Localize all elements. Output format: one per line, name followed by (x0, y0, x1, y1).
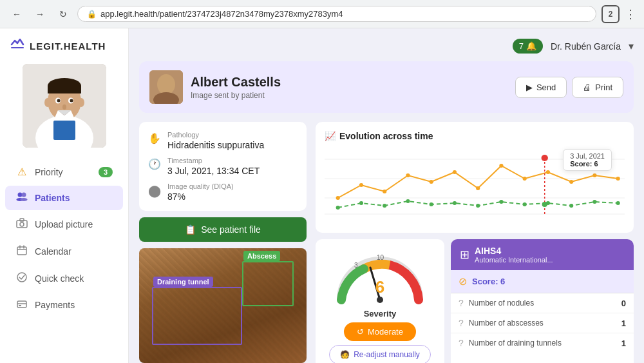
left-panel: ✋ Pathology Hidradenitis suppurativa 🕐 T… (139, 122, 307, 363)
svg-rect-21 (17, 247, 26, 255)
doctor-photo (23, 64, 106, 148)
patients-icon (15, 192, 28, 204)
aihs4-subtitle: Automatic International... (475, 256, 553, 264)
svg-point-17 (21, 198, 28, 201)
svg-point-64 (542, 202, 547, 207)
card-actions: ▶ Send 🖨 Print (515, 77, 623, 98)
payments-icon (15, 299, 28, 311)
file-icon: 📋 (185, 224, 196, 235)
svg-point-66 (377, 297, 383, 303)
browser-bar: ← → ↻ 🔒 app.legit.health/patient/2374723… (0, 0, 644, 28)
draining-tunnel-label: Draining tunnel (153, 277, 213, 287)
see-patient-file-label: See patient file (201, 224, 261, 235)
timestamp-value: 3 Jul, 2021, 13:34 CET (167, 166, 260, 176)
svg-point-63 (542, 155, 548, 161)
patient-card: Albert Castells Image sent by patient ▶ … (139, 61, 634, 113)
clock-icon: 🕐 (148, 158, 161, 170)
readjust-button[interactable]: 🧑 Re-adjust manually (329, 345, 431, 363)
svg-point-54 (453, 201, 457, 205)
svg-point-38 (383, 190, 386, 193)
calendar-label: Calendar (35, 246, 71, 257)
image-quality-row: ⬤ Image quality (DIQA) 87% (148, 182, 298, 202)
pathology-row: ✋ Pathology Hidradenitis suppurativa (148, 131, 298, 150)
main-content: 7 🔔 Dr. Rubén García ▾ Albert Castel (129, 28, 644, 363)
svg-point-57 (523, 202, 527, 206)
pathology-value: Hidradenitis suppurativa (167, 140, 264, 150)
svg-rect-26 (17, 301, 26, 308)
svg-point-15 (22, 193, 26, 197)
help-icon-tunnels[interactable]: ? (459, 338, 464, 348)
see-patient-file-button[interactable]: 📋 See patient file (139, 217, 307, 242)
sidebar-item-calendar[interactable]: Calendar (5, 239, 123, 264)
doctor-name[interactable]: Dr. Rubén García (551, 41, 621, 52)
rotate-icon: ↺ (357, 327, 364, 337)
menu-dots[interactable]: ⋮ (625, 7, 636, 21)
svg-rect-6 (48, 86, 81, 93)
help-icon-nodules[interactable]: ? (459, 298, 464, 308)
svg-point-61 (616, 201, 620, 205)
priority-badge: 3 (99, 167, 113, 177)
svg-point-12 (44, 98, 51, 107)
sidebar-item-priority[interactable]: ⚠ Priority 3 (5, 159, 123, 184)
svg-point-46 (569, 180, 573, 184)
svg-rect-20 (20, 219, 24, 221)
aihs4-nodules-row: ? Number of nodules 0 (451, 293, 634, 313)
svg-point-40 (430, 180, 433, 184)
aihs4-body: ⊘ Score: 6 ? Number of nodules 0 ? Numbe… (451, 270, 634, 353)
svg-point-19 (20, 222, 24, 226)
aihs4-score-label: Score: 6 (472, 277, 505, 286)
quickcheck-label: Quick check (35, 273, 84, 284)
moderate-button[interactable]: ↺ Moderate (344, 322, 416, 341)
send-button[interactable]: ▶ Send (515, 77, 567, 98)
svg-point-55 (476, 204, 480, 208)
nodules-value: 0 (621, 299, 626, 308)
chart-title: 📈 Evolution across time (325, 131, 625, 141)
svg-point-48 (616, 177, 620, 181)
sidebar-item-payments[interactable]: Payments (5, 293, 123, 317)
notification-badge[interactable]: 7 🔔 (513, 39, 543, 54)
aihs4-icon: ⊞ (460, 248, 469, 262)
right-panel: 📈 Evolution across time 3 Jul, 2021 Scor… (316, 122, 634, 363)
info-section: ✋ Pathology Hidradenitis suppurativa 🕐 T… (139, 122, 307, 211)
back-button[interactable]: ← (8, 5, 26, 23)
help-icon-abscesses[interactable]: ? (459, 318, 464, 328)
svg-point-37 (359, 183, 363, 187)
sidebar-item-upload[interactable]: Upload picture (5, 211, 123, 237)
chart-tooltip: 3 Jul, 2021 Score: 6 (563, 149, 612, 171)
sidebar-item-quickcheck[interactable]: Quick check (5, 266, 123, 291)
svg-point-60 (592, 200, 596, 204)
print-button[interactable]: 🖨 Print (572, 77, 623, 98)
sidebar-logo: LEGIT.HEALTH (0, 28, 128, 64)
timestamp-label: Timestamp (167, 157, 260, 164)
address-bar[interactable]: 🔒 app.legit.health/patient/2374723j4872n… (77, 6, 596, 22)
lock-icon: 🔒 (87, 10, 97, 19)
nodules-label: Number of nodules (469, 299, 616, 308)
aihs4-abscesses-row: ? Number of abscesses 1 (451, 313, 634, 333)
svg-rect-3 (53, 121, 75, 140)
abscesses-value: 1 (621, 319, 626, 328)
priority-icon: ⚠ (15, 166, 28, 178)
patient-subtitle: Image sent by patient (191, 91, 281, 100)
svg-point-14 (18, 193, 23, 197)
header-right: 7 🔔 Dr. Rubén García ▾ (513, 39, 634, 54)
patient-details: Albert Castells Image sent by patient (191, 75, 281, 100)
forward-button[interactable]: → (31, 5, 49, 23)
chevron-down-icon[interactable]: ▾ (629, 40, 634, 52)
reload-button[interactable]: ↻ (54, 5, 72, 23)
sidebar-item-patients[interactable]: Patients (5, 186, 123, 210)
svg-point-45 (546, 170, 550, 174)
svg-point-11 (62, 104, 66, 110)
svg-point-30 (157, 74, 175, 95)
svg-point-50 (359, 201, 363, 205)
tab-count[interactable]: 2 (601, 5, 620, 23)
svg-point-25 (17, 273, 26, 282)
notif-count: 7 (519, 41, 524, 51)
quality-icon: ⬤ (148, 184, 161, 198)
sidebar: LEGIT.HEALTH (0, 28, 129, 363)
chart-container: 3 Jul, 2021 Score: 6 (325, 146, 625, 224)
quality-value: 87% (167, 191, 234, 202)
calendar-icon (15, 245, 28, 258)
svg-rect-28 (19, 305, 21, 306)
app-header: 7 🔔 Dr. Rubén García ▾ (139, 39, 634, 54)
pathology-icon: ✋ (148, 132, 161, 144)
